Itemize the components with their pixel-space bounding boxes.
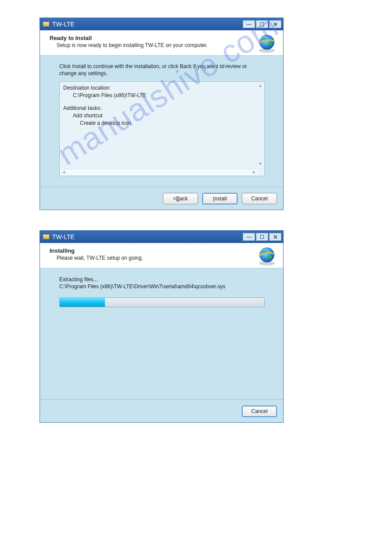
scroll-down-icon[interactable]: ▼ <box>257 161 263 167</box>
scroll-right-icon[interactable]: ► <box>251 169 257 175</box>
minimize-icon: — <box>247 234 252 239</box>
maximize-icon: ☐ <box>260 22 264 27</box>
progress-fill <box>60 298 105 307</box>
window-controls: — ☐ ✕ <box>243 233 281 241</box>
header-panel: Ready to Install Setup is now ready to b… <box>40 30 283 56</box>
minimize-icon: — <box>247 22 252 27</box>
header-title: Ready to Install <box>50 35 277 41</box>
minimize-button[interactable]: — <box>243 20 255 28</box>
titlebar[interactable]: TW-LTE — ☐ ✕ <box>40 18 283 30</box>
globe-icon <box>257 33 277 53</box>
installer-window-ready: TW-LTE — ☐ ✕ Ready to Install Setup is n… <box>40 18 284 210</box>
progress-bar <box>59 297 265 307</box>
close-button[interactable]: ✕ <box>269 233 281 241</box>
header-subtitle: Please wait, TW-LTE setup on going. <box>57 255 277 261</box>
task-desktop-icon: Create a desktop icon <box>63 120 261 127</box>
extracting-label: Extracting files... <box>59 276 264 283</box>
maximize-button[interactable]: ☐ <box>256 233 268 241</box>
cancel-button[interactable]: Cancel <box>242 193 277 204</box>
titlebar-text: TW-LTE <box>52 233 243 240</box>
svg-point-7 <box>44 237 45 238</box>
scroll-left-icon[interactable]: ◄ <box>61 169 67 175</box>
window-controls: — ☐ ✕ <box>243 20 281 28</box>
back-button[interactable]: < Back <box>163 193 198 204</box>
summary-box: Destination location: C:\Program Files (… <box>59 81 265 176</box>
installer-window-progress: TW-LTE — ☐ ✕ Installing Please wait, TW-… <box>40 230 284 423</box>
header-title: Installing <box>50 247 277 254</box>
maximize-button[interactable]: ☐ <box>256 20 268 28</box>
titlebar[interactable]: TW-LTE — ☐ ✕ <box>40 231 283 243</box>
tasks-label: Additional tasks: <box>63 105 261 112</box>
body-panel: Click Install to continue with the insta… <box>40 56 283 181</box>
svg-point-2 <box>44 25 45 25</box>
titlebar-text: TW-LTE <box>52 21 243 28</box>
destination-path: C:\Program Files (x86)\TW-LTE <box>63 92 261 99</box>
task-add-shortcut: Add shortcut <box>63 112 261 120</box>
extracting-path: C:\Program Files (x86)\TW-LTE\Driver\Win… <box>59 283 264 290</box>
horizontal-scrollbar[interactable]: ◄ ► <box>61 169 257 175</box>
install-button[interactable]: Install <box>202 193 237 204</box>
globe-icon <box>257 246 277 266</box>
footer-panel: Cancel <box>40 399 283 422</box>
destination-label: Destination location: <box>63 84 261 92</box>
close-button[interactable]: ✕ <box>269 20 281 28</box>
svg-rect-6 <box>43 235 49 236</box>
scroll-up-icon[interactable]: ▲ <box>257 83 263 89</box>
body-panel: Extracting files... C:\Program Files (x8… <box>40 268 283 312</box>
cancel-button[interactable]: Cancel <box>242 406 277 417</box>
instruction-text: Click Install to continue with the insta… <box>59 63 264 77</box>
footer-panel: < Back Install Cancel <box>40 187 283 210</box>
close-icon: ✕ <box>273 234 278 240</box>
close-icon: ✕ <box>273 21 278 28</box>
maximize-icon: ☐ <box>260 234 264 240</box>
minimize-button[interactable]: — <box>243 233 255 241</box>
installer-icon <box>43 21 50 28</box>
installer-icon <box>43 233 50 240</box>
header-panel: Installing Please wait, TW-LTE setup on … <box>40 243 283 268</box>
svg-rect-1 <box>43 22 49 23</box>
header-subtitle: Setup is now ready to begin installing T… <box>57 42 277 48</box>
